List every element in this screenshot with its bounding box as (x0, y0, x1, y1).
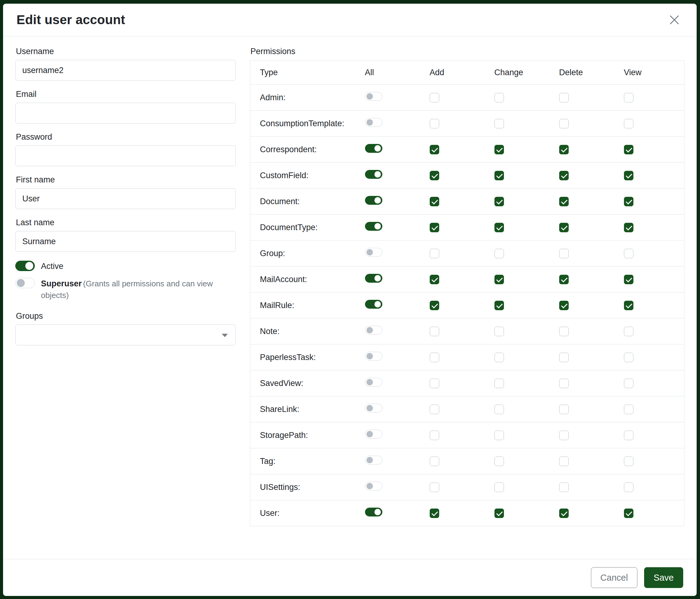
perm-delete-checkbox[interactable] (559, 508, 569, 518)
perm-change-checkbox[interactable] (495, 353, 504, 362)
perm-change-checkbox[interactable] (495, 457, 504, 466)
perm-change-checkbox[interactable] (495, 93, 504, 102)
close-button[interactable] (666, 11, 683, 29)
perm-view-checkbox[interactable] (624, 275, 633, 284)
perm-view-checkbox[interactable] (624, 223, 633, 232)
perm-type-label: Tag: (260, 457, 275, 466)
permission-row: Admin: (250, 85, 684, 111)
perm-all-toggle[interactable] (365, 274, 382, 283)
perm-change-checkbox[interactable] (495, 379, 504, 388)
perm-add-checkbox[interactable] (430, 171, 439, 180)
perm-view-checkbox[interactable] (624, 508, 633, 518)
perm-delete-checkbox[interactable] (559, 431, 569, 440)
perm-all-toggle[interactable] (365, 248, 382, 257)
perm-view-checkbox[interactable] (624, 405, 633, 414)
perm-all-toggle[interactable] (365, 170, 382, 179)
perm-add-checkbox[interactable] (430, 431, 439, 440)
perm-view-checkbox[interactable] (624, 93, 633, 102)
perm-all-toggle[interactable] (365, 92, 382, 101)
perm-view-checkbox[interactable] (624, 457, 633, 466)
perm-add-checkbox[interactable] (430, 508, 439, 518)
perm-all-toggle[interactable] (365, 378, 382, 387)
perm-all-toggle[interactable] (365, 300, 382, 309)
perm-view-checkbox[interactable] (624, 171, 633, 180)
perm-change-checkbox[interactable] (495, 508, 504, 518)
perm-change-checkbox[interactable] (495, 223, 504, 232)
password-input[interactable] (15, 145, 236, 166)
perm-all-toggle[interactable] (365, 430, 382, 438)
perm-add-checkbox[interactable] (430, 275, 439, 284)
perm-all-toggle[interactable] (365, 404, 382, 413)
perm-all-toggle[interactable] (365, 508, 382, 517)
perm-delete-checkbox[interactable] (559, 249, 569, 258)
perm-add-checkbox[interactable] (430, 327, 439, 336)
perm-change-checkbox[interactable] (495, 171, 504, 180)
cancel-button[interactable]: Cancel (591, 567, 638, 588)
perm-add-checkbox[interactable] (430, 353, 439, 362)
email-input[interactable] (15, 103, 236, 123)
perm-add-checkbox[interactable] (430, 119, 439, 128)
perm-delete-checkbox[interactable] (559, 275, 569, 284)
perm-view-checkbox[interactable] (624, 119, 633, 128)
perm-change-checkbox[interactable] (495, 301, 504, 310)
perm-delete-checkbox[interactable] (559, 327, 569, 336)
perm-add-checkbox[interactable] (430, 93, 439, 102)
perm-add-checkbox[interactable] (430, 483, 439, 492)
perm-change-checkbox[interactable] (495, 483, 504, 492)
perm-add-checkbox[interactable] (430, 197, 439, 206)
perm-change-checkbox[interactable] (495, 145, 504, 154)
perm-view-checkbox[interactable] (624, 483, 633, 492)
perm-view-checkbox[interactable] (624, 327, 633, 336)
perm-delete-checkbox[interactable] (559, 483, 569, 492)
perm-view-checkbox[interactable] (624, 197, 633, 206)
perm-change-checkbox[interactable] (495, 197, 504, 206)
groups-select[interactable] (15, 325, 236, 345)
perm-delete-checkbox[interactable] (559, 223, 569, 232)
username-input[interactable] (15, 60, 236, 81)
perm-all-toggle[interactable] (365, 118, 382, 127)
perm-add-checkbox[interactable] (430, 301, 439, 310)
perm-delete-checkbox[interactable] (559, 301, 569, 310)
perm-delete-checkbox[interactable] (559, 353, 569, 362)
perm-all-toggle[interactable] (365, 456, 382, 464)
perm-change-checkbox[interactable] (495, 327, 504, 336)
perm-delete-checkbox[interactable] (559, 405, 569, 414)
perm-view-checkbox[interactable] (624, 353, 633, 362)
perm-add-checkbox[interactable] (430, 379, 439, 388)
perm-view-checkbox[interactable] (624, 145, 633, 154)
active-toggle[interactable] (15, 261, 35, 271)
perm-change-checkbox[interactable] (495, 275, 504, 284)
groups-input[interactable] (15, 325, 236, 345)
perm-view-checkbox[interactable] (624, 249, 633, 258)
perm-delete-checkbox[interactable] (559, 379, 569, 388)
perm-all-toggle[interactable] (365, 482, 382, 490)
perm-view-checkbox[interactable] (624, 301, 633, 310)
perm-all-toggle[interactable] (365, 196, 382, 205)
perm-change-checkbox[interactable] (495, 431, 504, 440)
perm-delete-checkbox[interactable] (559, 457, 569, 466)
perm-change-checkbox[interactable] (495, 249, 504, 258)
perm-delete-checkbox[interactable] (559, 197, 569, 206)
perm-all-toggle[interactable] (365, 352, 382, 361)
perm-add-checkbox[interactable] (430, 145, 439, 154)
perm-delete-checkbox[interactable] (559, 119, 569, 128)
perm-all-toggle[interactable] (365, 326, 382, 335)
save-button[interactable]: Save (644, 567, 683, 588)
perm-delete-checkbox[interactable] (559, 93, 569, 102)
perm-add-checkbox[interactable] (430, 223, 439, 232)
perm-add-checkbox[interactable] (430, 405, 439, 414)
perm-all-toggle[interactable] (365, 144, 382, 153)
perm-all-toggle[interactable] (365, 222, 382, 231)
perm-change-checkbox[interactable] (495, 119, 504, 128)
perm-delete-checkbox[interactable] (559, 145, 569, 154)
last-name-input[interactable] (15, 231, 236, 252)
perm-type-label: Document: (260, 197, 300, 206)
perm-change-checkbox[interactable] (495, 405, 504, 414)
perm-view-checkbox[interactable] (624, 379, 633, 388)
perm-add-checkbox[interactable] (430, 249, 439, 258)
superuser-toggle[interactable] (15, 278, 35, 288)
perm-delete-checkbox[interactable] (559, 171, 569, 180)
perm-add-checkbox[interactable] (430, 457, 439, 466)
perm-view-checkbox[interactable] (624, 431, 633, 440)
first-name-input[interactable] (15, 188, 236, 209)
